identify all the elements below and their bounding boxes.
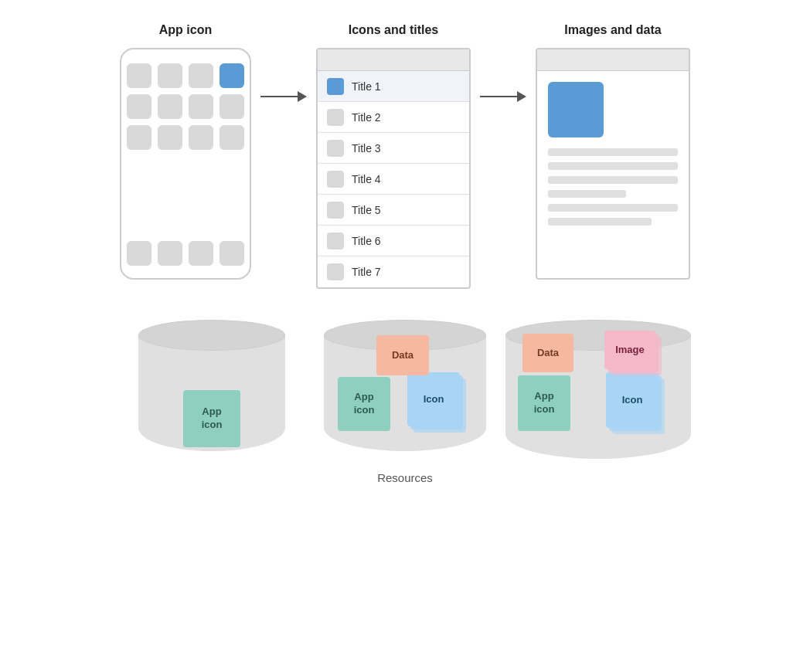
list-text-6: Title 6 [352, 235, 381, 247]
app-icon-cell [158, 63, 182, 88]
col1-title: App icon [159, 23, 212, 37]
list-mockup: Title 1 Title 2 Title 3 Title 4 Title 5 [316, 48, 471, 289]
bottom-section: Appicon Data Appicon [0, 320, 810, 459]
detail-header [537, 49, 689, 71]
list-item-1: Title 1 [318, 71, 469, 102]
resources-label: Resources [377, 471, 433, 484]
top-section: App icon [0, 23, 810, 289]
list-text-4: Title 4 [352, 173, 381, 185]
cylinder3-container: Data Image Appicon [525, 320, 672, 459]
list-item-3: Title 3 [318, 133, 469, 164]
app-icon-cell [220, 125, 244, 150]
cylinder1: Appicon [138, 320, 285, 459]
arrow1 [251, 91, 316, 102]
arrow1-shape [260, 91, 307, 102]
detail-body [537, 71, 689, 278]
detail-line-2 [548, 162, 678, 170]
list-item-7: Title 7 [318, 256, 469, 287]
card-image-cyl3-stack: Image [604, 331, 655, 369]
arrow2-line [480, 96, 517, 97]
app-icon-cell [220, 94, 244, 119]
resources-label-container: Resources [377, 471, 433, 485]
main-container: App icon [0, 0, 810, 672]
detail-line-6 [548, 218, 652, 226]
app-icon-cell [189, 63, 213, 88]
col1-group: App icon [120, 23, 251, 280]
detail-line-3 [548, 176, 678, 184]
phone-mockup [120, 48, 251, 280]
list-text-3: Title 3 [352, 142, 381, 154]
detail-line-5 [548, 204, 678, 212]
list-text-1: Title 1 [352, 80, 381, 93]
phone-grid [127, 63, 244, 150]
card-appicon-cyl3: Appicon [518, 375, 570, 431]
detail-line-4 [548, 190, 626, 198]
app-icon-cell [189, 94, 213, 119]
list-item-2: Title 2 [318, 102, 469, 133]
cylinder1-container: Appicon [138, 320, 285, 459]
dock-icon [189, 241, 213, 266]
detail-image [548, 82, 604, 137]
detail-line-1 [548, 148, 678, 156]
col2-title: Icons and titles [349, 23, 438, 37]
list-icon-7 [327, 263, 344, 280]
list-text-7: Title 7 [352, 266, 381, 278]
col2-group: Icons and titles Title 1 Title 2 Title 3 [316, 23, 471, 289]
arrow2-head [517, 91, 526, 102]
list-item-5: Title 5 [318, 195, 469, 226]
list-header [318, 49, 469, 71]
card-appicon-cyl2: Appicon [338, 377, 390, 431]
card-app-icon-cyl1: Appicon [183, 390, 240, 447]
dock-icon [127, 241, 151, 266]
app-icon-cell [158, 94, 182, 119]
card-data-cyl2: Data [376, 335, 429, 375]
list-item-6: Title 6 [318, 226, 469, 256]
phone-dock [127, 241, 244, 266]
list-icon-6 [327, 232, 344, 249]
list-icon-5 [327, 202, 344, 219]
app-icon-cell [127, 94, 151, 119]
arrow2-shape [480, 91, 526, 102]
list-text-5: Title 5 [352, 204, 381, 216]
card-icon-cyl2-stack: Icon [407, 372, 460, 426]
dock-icon [158, 241, 182, 266]
app-icon-cell [127, 125, 151, 150]
app-icon-cell-active [220, 63, 244, 88]
col3-group: Images and data [536, 23, 690, 280]
app-icon-cell [158, 125, 182, 150]
arrow1-line [260, 96, 298, 97]
list-icon-2 [327, 109, 344, 126]
col3-title: Images and data [564, 23, 661, 37]
list-icon-4 [327, 171, 344, 188]
app-icon-cell [127, 63, 151, 88]
card-data-cyl3: Data [522, 334, 573, 372]
list-icon-3 [327, 140, 344, 157]
cylinder2: Data Appicon Icon [332, 320, 478, 459]
arrow2 [471, 91, 536, 102]
card-icon-cyl3-stack: Icon [606, 372, 659, 428]
cylinder3: Data Image Appicon [525, 320, 672, 459]
dock-icon [220, 241, 244, 266]
cylinder2-container: Data Appicon Icon [332, 320, 478, 459]
list-item-4: Title 4 [318, 164, 469, 195]
app-icon-cell [189, 125, 213, 150]
list-icon-1 [327, 78, 344, 95]
arrow1-head [298, 91, 307, 102]
detail-mockup [536, 48, 690, 280]
list-text-2: Title 2 [352, 111, 381, 124]
